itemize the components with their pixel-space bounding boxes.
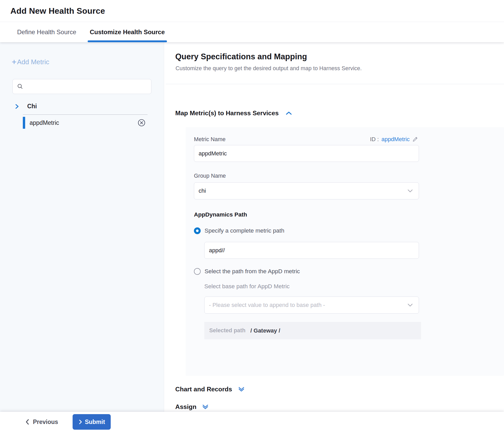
radio-select-path-label: Select the path from the AppD metric xyxy=(205,268,300,275)
chevron-down-icon xyxy=(407,189,413,193)
tab-define-health-source[interactable]: Define Health Source xyxy=(16,22,77,42)
footer-bar: Previous Submit xyxy=(0,412,504,432)
chart-and-records-title: Chart and Records xyxy=(175,386,232,393)
metric-id-label: ID : xyxy=(370,136,379,143)
top-bar: Add New Health Source Define Health Sour… xyxy=(0,0,504,42)
complete-metric-path-input[interactable] xyxy=(204,242,419,259)
selected-path-band: Selected path / Gateway / xyxy=(204,322,421,339)
previous-button-label: Previous xyxy=(33,419,58,426)
edit-id-button[interactable] xyxy=(412,136,419,143)
active-tab-underline xyxy=(88,40,167,42)
metric-item-label: appdMetric xyxy=(30,119,137,126)
page-title: Add New Health Source xyxy=(10,6,105,16)
tab-bar: Define Health Source Customize Health So… xyxy=(0,22,504,42)
metric-id-value: appdMetric xyxy=(381,136,410,143)
tab-define-health-source-label: Define Health Source xyxy=(17,28,76,36)
radio-select-path-from-appd[interactable]: Select the path from the AppD metric xyxy=(194,268,504,275)
main-divider xyxy=(166,84,504,84)
map-metric-card: Metric Name ID : appdMetric Group Name c… xyxy=(186,127,504,376)
tab-customize-health-source[interactable]: Customize Health Source xyxy=(89,22,166,42)
group-name-label: Group Name xyxy=(194,173,504,179)
group-name-value: chi xyxy=(199,188,206,194)
metric-group-chi[interactable]: Chi xyxy=(14,103,164,110)
content-area: + Add Metric Chi appdMetric xyxy=(0,42,504,432)
title-bar: Add New Health Source xyxy=(0,0,504,22)
selected-path-value: / Gateway / xyxy=(250,327,280,334)
chevron-left-icon xyxy=(25,419,30,425)
circle-close-icon xyxy=(137,119,146,127)
add-metric-button[interactable]: + Add Metric xyxy=(12,58,164,66)
assign-title: Assign xyxy=(175,403,197,411)
metric-name-input[interactable] xyxy=(194,145,419,162)
radio-complete-metric-path[interactable]: Specify a complete metric path xyxy=(194,227,504,234)
radio-complete-metric-path-label: Specify a complete metric path xyxy=(205,227,284,234)
map-metrics-section-title: Map Metric(s) to Harness Services xyxy=(175,110,279,117)
submit-button-label: Submit xyxy=(85,419,105,426)
tab-customize-health-source-label: Customize Health Source xyxy=(90,28,165,36)
chevron-right-icon xyxy=(14,103,19,110)
delete-metric-button[interactable] xyxy=(137,119,146,127)
main-panel: Query Specifications and Mapping Customi… xyxy=(164,42,504,432)
chevron-right-icon xyxy=(78,419,82,425)
metric-list-item-appdmetric[interactable]: appdMetric xyxy=(23,115,146,131)
chart-and-records-toggle[interactable]: Chart and Records xyxy=(175,386,504,393)
previous-button[interactable]: Previous xyxy=(25,419,58,426)
plus-icon: + xyxy=(12,58,17,66)
metric-search xyxy=(12,79,151,94)
add-metric-label: Add Metric xyxy=(17,58,49,66)
group-name-select[interactable]: chi xyxy=(194,182,419,199)
metrics-sidebar: + Add Metric Chi appdMetric xyxy=(0,42,164,432)
double-chevron-down-icon xyxy=(238,386,245,392)
double-chevron-down-icon xyxy=(202,404,209,410)
selected-metric-bar xyxy=(23,117,25,129)
selected-path-label: Selected path xyxy=(209,327,246,334)
map-metrics-section-toggle[interactable]: Map Metric(s) to Harness Services xyxy=(175,110,504,117)
submit-button[interactable]: Submit xyxy=(73,414,111,430)
base-path-placeholder: - Please select value to append to base … xyxy=(209,302,325,308)
metric-name-label: Metric Name xyxy=(194,136,226,143)
pencil-icon xyxy=(412,136,419,143)
radio-selected-icon xyxy=(194,227,201,234)
section-subtitle: Customize the query to get the desired o… xyxy=(176,65,504,72)
search-icon xyxy=(17,83,24,90)
chevron-up-icon xyxy=(285,111,292,116)
search-input[interactable] xyxy=(26,83,151,90)
appdynamics-path-title: AppDynamics Path xyxy=(194,211,504,218)
chevron-down-icon xyxy=(407,303,413,307)
base-path-select[interactable]: - Please select value to append to base … xyxy=(204,297,419,314)
section-title: Query Specifications and Mapping xyxy=(175,52,504,61)
assign-toggle[interactable]: Assign xyxy=(175,403,504,411)
radio-unselected-icon xyxy=(194,268,201,275)
metric-group-label: Chi xyxy=(27,103,37,110)
base-path-label: Select base path for AppD Metric xyxy=(204,283,504,290)
